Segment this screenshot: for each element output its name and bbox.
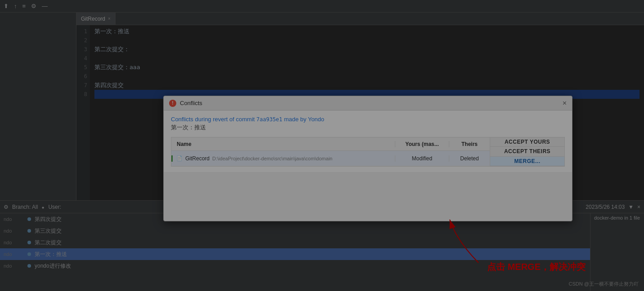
modal-overlay [0,0,644,291]
